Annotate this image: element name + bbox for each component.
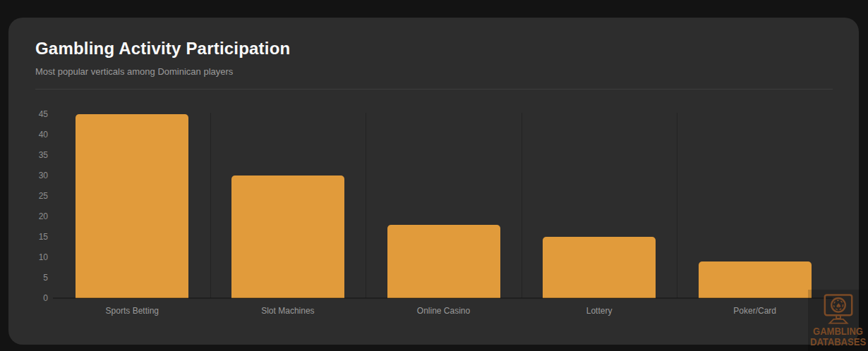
category-gridline [522,113,522,298]
category-gridline [677,113,677,298]
y-tick-label: 35 [17,149,48,161]
x-category-label: Online Casino [366,306,522,316]
y-tick-label: 30 [17,170,48,181]
bar-online-casino[interactable] [387,225,500,298]
category-gridline [366,113,366,298]
y-tick-label: 40 [17,129,48,140]
bar-slot-machines[interactable] [231,176,344,298]
y-tick-label: 20 [17,211,48,222]
y-tick-label: 5 [17,272,48,283]
y-tick-label: 0 [17,292,48,304]
watermark-line1: GAMBLING [810,326,866,337]
page: { "page": { "background": "#131313", "ca… [0,0,868,351]
x-category-label: Lottery [522,306,677,316]
category-gridline [210,113,211,298]
x-category-label: Slot Machines [210,306,366,316]
y-tick-label: 15 [17,231,48,242]
y-tick-label: 10 [17,252,48,263]
watermark-badge: ♠ GAMBLING DATABASES [808,290,868,351]
x-axis-line [53,297,833,299]
y-tick-label: 25 [17,190,48,202]
x-category-label: Sports Betting [54,306,210,316]
bar-chart: 051015202530354045 Sports BettingSlot Ma… [8,18,859,345]
bar-poker-card[interactable] [699,261,812,298]
watermark-line2: DATABASES [810,337,866,347]
svg-text:♠: ♠ [835,302,841,309]
bar-sports-betting[interactable] [76,114,188,298]
chart-card: Gambling Activity Participation Most pop… [8,18,859,345]
monitor-casino-chip-icon: ♠ [818,293,859,326]
bar-lottery[interactable] [543,237,656,298]
y-tick-label: 45 [17,109,48,120]
